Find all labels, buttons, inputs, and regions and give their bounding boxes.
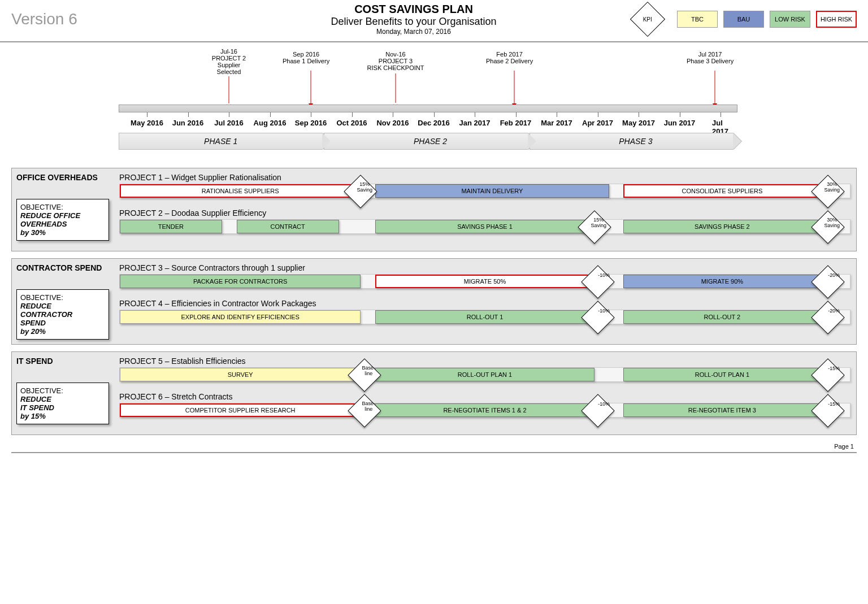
axis-label: Feb 2017 xyxy=(500,119,532,127)
task: CONSOLIDATE SUPPLIERS xyxy=(623,184,821,198)
title-block: COST SAVINGS PLAN Deliver Benefits to yo… xyxy=(192,3,635,36)
axis-bar xyxy=(119,105,737,112)
task: ROLL-OUT PLAN 1 xyxy=(623,368,821,381)
section-title: IT SPEND xyxy=(16,357,109,366)
project-bar: SURVEYROLL-OUT PLAN 1ROLL-OUT PLAN 1Base… xyxy=(119,367,850,382)
project-title: PROJECT 6 – Stretch Contracts xyxy=(119,392,850,401)
project-title: PROJECT 3 – Source Contractors through 1… xyxy=(119,263,850,272)
milestone-sep16: Sep 2016 Phase 1 Delivery xyxy=(283,51,329,64)
task: RATIONALISE SUPPLIERS xyxy=(120,184,361,198)
axis-label: Apr 2017 xyxy=(582,119,613,127)
axis-label: Sep 2016 xyxy=(295,119,327,127)
task: MAINTAIN DELIVERY xyxy=(375,184,609,198)
axis-label: Aug 2016 xyxy=(254,119,287,127)
milestone-nov16: Nov-16 PROJECT 3 RISK CHECKPOINT xyxy=(362,51,429,71)
project-bar: PACKAGE FOR CONTRACTORSMIGRATE 50%MIGRAT… xyxy=(119,274,850,289)
phase: PHASE 1 xyxy=(119,133,323,150)
axis-label: Jun 2016 xyxy=(172,119,204,127)
axis-label: Jul 2016 xyxy=(214,119,243,127)
timeline: Jul-16 PROJECT 2 Supplier Selected Sep 2… xyxy=(119,48,737,161)
phase: PHASE 3 xyxy=(530,133,734,150)
legend-highrisk: HIGH RISK xyxy=(816,11,857,28)
page-title: COST SAVINGS PLAN xyxy=(192,3,635,16)
task: SAVINGS PHASE 2 xyxy=(623,220,821,233)
axis-label: Dec 2016 xyxy=(418,119,449,127)
milestone-jul17: Jul 2017 Phase 3 Delivery xyxy=(687,51,734,64)
legend-tbc: TBC xyxy=(677,11,718,28)
section: OFFICE OVERHEADSOBJECTIVE:REDUCE OFFICEO… xyxy=(11,168,857,251)
task: RE-NEGOTIATE ITEM 3 xyxy=(623,403,821,417)
project: PROJECT 5 – Establish EfficienciesSURVEY… xyxy=(119,357,850,382)
milestone-jul16: Jul-16 PROJECT 2 Supplier Selected xyxy=(206,48,251,75)
project-bar: EXPLORE AND IDENTIFY EFFICIENCIESROLL-OU… xyxy=(119,310,850,324)
section-title: CONTRACTOR SPEND xyxy=(16,263,109,272)
legend: KPI TBC BAU LOW RISK HIGH RISK xyxy=(635,7,857,32)
task: PACKAGE FOR CONTRACTORS xyxy=(120,275,361,288)
axis-ticks xyxy=(119,112,737,118)
project: PROJECT 1 – Widget Supplier Rationalisat… xyxy=(119,173,850,198)
project: PROJECT 2 – Doodaa Supplier EfficiencyTE… xyxy=(119,208,850,234)
axis-label: Jun 2017 xyxy=(664,119,696,127)
phase-row: PHASE 1PHASE 2PHASE 3 xyxy=(119,133,737,150)
project-title: PROJECT 1 – Widget Supplier Rationalisat… xyxy=(119,173,850,182)
project-bar: COMPETITOR SUPPLIER RESEARCHRE-NEGOTIATE… xyxy=(119,403,850,418)
section-title: OFFICE OVERHEADS xyxy=(16,173,109,182)
task: EXPLORE AND IDENTIFY EFFICIENCIES xyxy=(120,310,361,324)
axis-label: May 2017 xyxy=(622,119,655,127)
section: CONTRACTOR SPENDOBJECTIVE:REDUCECONTRACT… xyxy=(11,258,857,345)
objective-box: OBJECTIVE:REDUCECONTRACTORSPENDby 20% xyxy=(16,289,109,340)
axis-label: Mar 2017 xyxy=(541,119,572,127)
header: Version 6 COST SAVINGS PLAN Deliver Bene… xyxy=(0,0,868,42)
phase: PHASE 2 xyxy=(324,133,528,150)
project-title: PROJECT 2 – Doodaa Supplier Efficiency xyxy=(119,208,850,218)
project-title: PROJECT 4 – Efficiencies in Contractor W… xyxy=(119,299,850,308)
task: ROLL-OUT 2 xyxy=(623,310,821,324)
task: MIGRATE 90% xyxy=(623,275,821,288)
section: IT SPENDOBJECTIVE:REDUCEIT SPENDby 15%PR… xyxy=(11,351,857,435)
milestone-feb17: Feb 2017 Phase 2 Delivery xyxy=(486,51,533,64)
task: RE-NEGOTIATE ITEMS 1 & 2 xyxy=(375,403,594,417)
axis-label: May 2016 xyxy=(131,119,163,127)
axis-label: Nov 2016 xyxy=(376,119,409,127)
objective-box: OBJECTIVE:REDUCEIT SPENDby 15% xyxy=(16,383,109,424)
task: CONTRACT xyxy=(237,220,339,233)
task: SAVINGS PHASE 1 xyxy=(375,220,594,233)
task: SURVEY xyxy=(120,368,361,381)
page-footer: Page 1 xyxy=(0,441,868,452)
project-bar: TENDERCONTRACTSAVINGS PHASE 1SAVINGS PHA… xyxy=(119,219,850,234)
project-title: PROJECT 5 – Establish Efficiencies xyxy=(119,357,850,366)
axis-label: Jan 2017 xyxy=(459,119,491,127)
task: TENDER xyxy=(120,220,222,233)
task: ROLL-OUT 1 xyxy=(375,310,594,324)
project: PROJECT 3 – Source Contractors through 1… xyxy=(119,263,850,289)
objective-box: OBJECTIVE:REDUCE OFFICEOVERHEADSby 30% xyxy=(16,199,109,241)
task: COMPETITOR SUPPLIER RESEARCH xyxy=(120,403,361,417)
version-label: Version 6 xyxy=(11,10,113,28)
project-bar: RATIONALISE SUPPLIERSMAINTAIN DELIVERYCO… xyxy=(119,184,850,198)
task: ROLL-OUT PLAN 1 xyxy=(375,368,594,381)
legend-lowrisk: LOW RISK xyxy=(770,11,810,28)
project: PROJECT 6 – Stretch ContractsCOMPETITOR … xyxy=(119,392,850,418)
axis-label: Oct 2016 xyxy=(336,119,367,127)
project: PROJECT 4 – Efficiencies in Contractor W… xyxy=(119,299,850,324)
page-date: Monday, March 07, 2016 xyxy=(192,28,635,36)
legend-bau: BAU xyxy=(723,11,764,28)
task: MIGRATE 50% xyxy=(375,275,594,288)
legend-kpi: KPI xyxy=(630,2,665,37)
page-subtitle: Deliver Benefits to your Organisation xyxy=(192,16,635,28)
